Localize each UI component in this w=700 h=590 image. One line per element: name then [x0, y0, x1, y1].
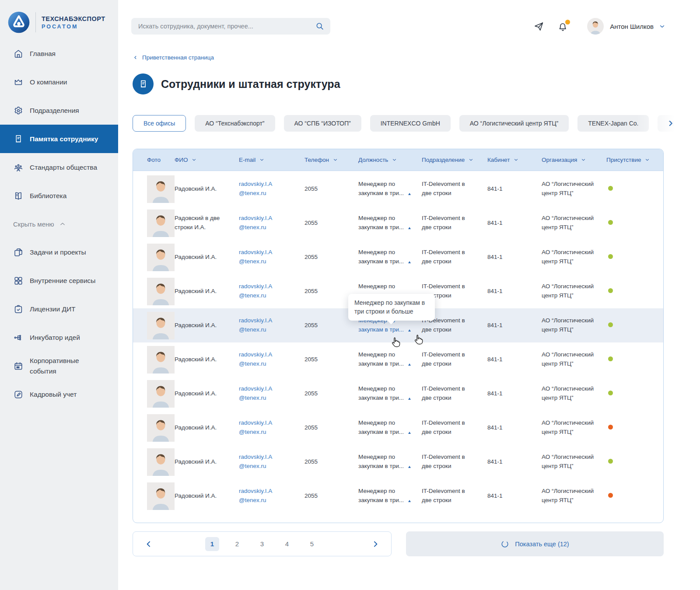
page-number-1[interactable]: 1	[205, 537, 219, 551]
email-link[interactable]: @tenex.ru	[239, 257, 304, 266]
notifications-bell-icon[interactable]	[557, 21, 569, 32]
employee-name: Радовский И.А.	[175, 492, 239, 501]
collapse-menu-label: Скрыть меню	[13, 220, 54, 228]
filter-chip-0[interactable]: Все офисы	[133, 115, 186, 132]
email-link[interactable]: @tenex.ru	[239, 360, 304, 369]
page-number-4[interactable]: 4	[280, 537, 294, 551]
filter-chip-3[interactable]: INTERNEXCO GmbH	[370, 115, 451, 132]
collapse-menu-button[interactable]: Скрыть меню	[0, 210, 118, 238]
email-link[interactable]: @tenex.ru	[239, 325, 304, 335]
table-row[interactable]: Радовский в две строки И.А.radovskiy.I.A…	[133, 206, 663, 240]
sidebar-item-idea-incubator[interactable]: Инкубатор идей	[0, 323, 118, 352]
expand-position-icon[interactable]	[408, 193, 411, 195]
filter-chip-5[interactable]: TENEX-Japan Co.	[578, 115, 649, 132]
employee-organization: АО “Логистический центр ЯТЦ”	[542, 316, 606, 335]
page-number-5[interactable]: 5	[305, 537, 319, 551]
position-link[interactable]: Менеджер по закупкам в три...	[358, 215, 404, 230]
position-link[interactable]: Менеджер по закупкам в три...	[358, 385, 404, 401]
column-header-2[interactable]: E-mail	[239, 157, 304, 163]
column-header-label: Кабинет	[487, 157, 510, 163]
filter-chip-6[interactable]: TENE	[658, 115, 695, 132]
column-header-6[interactable]: Кабинет	[487, 157, 542, 163]
expand-position-icon[interactable]	[408, 432, 411, 434]
people-icon	[13, 162, 24, 173]
sidebar-item-corporate-events[interactable]: Корпоративные события	[0, 352, 118, 380]
email-link[interactable]: @tenex.ru	[239, 291, 304, 300]
search-input-wrapper[interactable]	[131, 18, 330, 35]
email-link[interactable]: radovskiy.I.A	[239, 384, 304, 394]
table-row[interactable]: Радовский И.А.radovskiy.I.A@tenex.ru2055…	[133, 445, 663, 479]
position-link[interactable]: Менеджер по закупкам в три...	[358, 419, 404, 435]
position-link[interactable]: Менеджер по закупкам в три...	[358, 488, 404, 503]
column-header-1[interactable]: ФИО	[175, 157, 239, 163]
column-header-5[interactable]: Подразделение	[422, 157, 487, 163]
table-row[interactable]: Радовский И.А.radovskiy.I.A@tenex.ru2055…	[133, 411, 663, 445]
breadcrumb[interactable]: Приветственная страница	[133, 54, 214, 61]
user-name[interactable]: Антон Шилков	[610, 23, 654, 30]
expand-position-icon[interactable]	[408, 227, 411, 229]
send-icon[interactable]	[533, 21, 545, 32]
column-header-8[interactable]: Присутствие	[606, 157, 650, 163]
expand-position-icon[interactable]	[408, 363, 411, 366]
chips-scroll-next-icon[interactable]	[666, 119, 676, 128]
sidebar-item-company-standards[interactable]: Стандарты общества	[0, 153, 118, 182]
search-icon[interactable]	[315, 21, 325, 31]
email-link[interactable]: radovskiy.I.A	[239, 453, 304, 462]
email-link[interactable]: radovskiy.I.A	[239, 316, 304, 325]
email-link[interactable]: @tenex.ru	[239, 394, 304, 403]
presence-dot	[608, 459, 613, 464]
expand-position-icon[interactable]	[408, 329, 411, 332]
sidebar-item-home[interactable]: Главная	[0, 39, 118, 68]
expand-position-icon[interactable]	[408, 500, 411, 502]
sidebar-item-departments[interactable]: Подразделения	[0, 96, 118, 125]
email-link[interactable]: @tenex.ru	[239, 496, 304, 505]
sidebar-item-hr-records[interactable]: Кадровый учет	[0, 380, 118, 408]
email-link[interactable]: @tenex.ru	[239, 428, 304, 437]
email-link[interactable]: radovskiy.I.A	[239, 282, 304, 291]
column-header-7[interactable]: Организация	[542, 157, 606, 163]
employee-organization: АО “Логистический центр ЯТЦ”	[542, 419, 606, 437]
user-avatar[interactable]	[587, 18, 604, 35]
pagination-next-icon[interactable]	[371, 540, 380, 548]
table-row[interactable]: Радовский И.А.radovskiy.I.A@tenex.ru2055…	[133, 240, 663, 274]
sidebar-item-label: Подразделения	[30, 105, 79, 115]
email-link[interactable]: radovskiy.I.A	[239, 419, 304, 428]
table-row[interactable]: Радовский И.А.radovskiy.I.A@tenex.ru2055…	[133, 479, 663, 513]
email-link[interactable]: radovskiy.I.A	[239, 350, 304, 360]
show-more-button[interactable]: Показать еще (12)	[406, 531, 664, 556]
position-link[interactable]: Менеджер по закупкам в три...	[358, 181, 404, 196]
sidebar-item-employee-memo[interactable]: Памятка сотруднику	[0, 125, 118, 153]
sidebar-item-library[interactable]: Библиотека	[0, 182, 118, 210]
email-link[interactable]: radovskiy.I.A	[239, 248, 304, 257]
page-number-3[interactable]: 3	[255, 537, 269, 551]
pagination-prev-icon[interactable]	[144, 540, 153, 548]
email-link[interactable]: @tenex.ru	[239, 462, 304, 471]
search-input[interactable]	[131, 18, 330, 35]
page-number-2[interactable]: 2	[230, 537, 244, 551]
expand-position-icon[interactable]	[408, 466, 411, 468]
sidebar-item-about-company[interactable]: О компании	[0, 68, 118, 96]
sidebar-item-internal-services[interactable]: Внутренние сервисы	[0, 266, 118, 295]
expand-position-icon[interactable]	[408, 261, 411, 263]
user-menu-chevron-icon[interactable]	[658, 23, 666, 30]
filter-chip-2[interactable]: АО “СПБ “ИЗОТОП”	[284, 115, 361, 132]
chevron-up-icon	[59, 220, 66, 228]
email-link[interactable]: radovskiy.I.A	[239, 487, 304, 496]
position-link[interactable]: Менеджер по закупкам в три...	[358, 351, 404, 367]
column-header-4[interactable]: Должность	[358, 157, 422, 163]
position-link[interactable]: Менеджер по закупкам в три...	[358, 454, 404, 469]
sidebar-item-label: Памятка сотруднику	[30, 134, 98, 144]
sidebar-item-dit-licenses[interactable]: Лицензии ДИТ	[0, 295, 118, 323]
email-link[interactable]: @tenex.ru	[239, 223, 304, 232]
position-link[interactable]: Менеджер по закупкам в три...	[358, 249, 404, 265]
filter-chip-1[interactable]: АО “Техснабэкспорт”	[195, 115, 275, 132]
table-row[interactable]: Радовский И.А.radovskiy.I.A@tenex.ru2055…	[133, 172, 663, 206]
sidebar-item-tasks-projects[interactable]: Задачи и проекты	[0, 238, 118, 266]
email-link[interactable]: radovskiy.I.A	[239, 180, 304, 189]
filter-chip-4[interactable]: АО “Логистический центр ЯТЦ”	[459, 115, 569, 132]
expand-position-icon[interactable]	[408, 398, 411, 400]
email-link[interactable]: @tenex.ru	[239, 189, 304, 198]
table-row[interactable]: Радовский И.А.radovskiy.I.A@tenex.ru2055…	[133, 377, 663, 411]
email-link[interactable]: radovskiy.I.A	[239, 214, 304, 223]
column-header-3[interactable]: Телефон	[304, 157, 358, 163]
